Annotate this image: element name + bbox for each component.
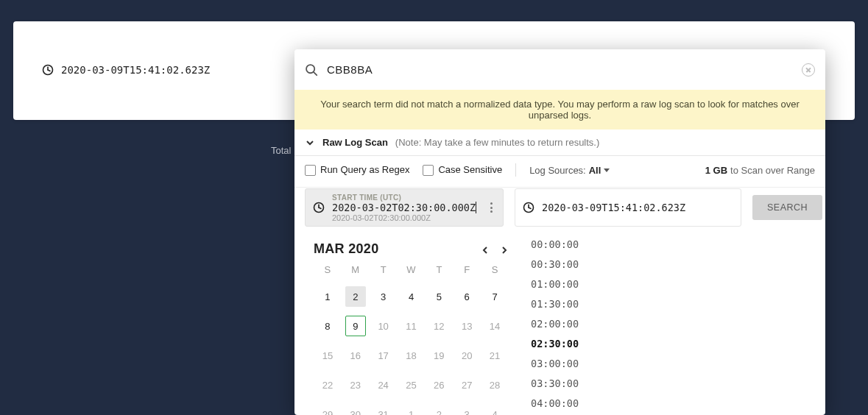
time-option[interactable]: 01:30:00 <box>531 298 603 310</box>
time-option[interactable]: 02:00:00 <box>531 318 603 330</box>
datetime-picker: MAR 2020 SMTWTFS123456789101112131415161… <box>294 234 825 415</box>
calendar-day: 1 <box>398 406 426 415</box>
time-option[interactable]: 03:00:00 <box>531 358 603 369</box>
time-option[interactable]: 00:30:00 <box>531 258 603 270</box>
search-options-row: Run Query as Regex Case Sensitive Log So… <box>294 156 825 188</box>
calendar-day: 22 <box>314 377 342 393</box>
calendar-day[interactable]: 6 <box>453 288 481 305</box>
calendar-grid: SMTWTFS123456789101112131415161718192021… <box>314 264 509 415</box>
calendar-dow: S <box>314 264 342 275</box>
calendar-day: 18 <box>398 347 426 363</box>
no-match-banner: Your search term did not match a normali… <box>294 90 825 130</box>
calendar-day[interactable]: 4 <box>398 288 426 305</box>
calendar: MAR 2020 SMTWTFS123456789101112131415161… <box>314 237 509 415</box>
start-time-field[interactable]: START TIME (UTC) 2020-03-02T02:30:00.000… <box>305 188 504 227</box>
time-option[interactable]: 00:00:00 <box>531 238 603 250</box>
calendar-day: 14 <box>481 318 509 334</box>
calendar-dow: T <box>370 264 398 275</box>
scan-range-display: 1 GB to Scan over Range <box>705 165 815 176</box>
svg-line-10 <box>529 208 531 209</box>
calendar-dow: T <box>425 264 453 275</box>
calendar-prev-button[interactable] <box>481 245 490 254</box>
calendar-day: 3 <box>453 406 481 415</box>
log-entry-timestamp-value: 2020-03-09T15:41:02.623Z <box>61 64 210 76</box>
calendar-day: 4 <box>481 406 509 415</box>
end-time-value: 2020-03-09T15:41:02.623Z <box>542 202 685 213</box>
time-list: 00:00:0000:30:0001:00:0001:30:0002:00:00… <box>531 237 603 415</box>
search-icon <box>305 63 318 77</box>
calendar-day[interactable]: 3 <box>370 288 398 305</box>
search-button[interactable]: SEARCH <box>752 195 822 220</box>
calendar-day: 11 <box>398 318 426 334</box>
time-option[interactable]: 01:00:00 <box>531 278 603 290</box>
calendar-dow: F <box>453 264 481 275</box>
checkbox-icon <box>305 165 316 176</box>
calendar-day[interactable]: 5 <box>425 288 453 305</box>
caret-down-icon <box>604 169 610 172</box>
log-entry-timestamp: 2020-03-09T15:41:02.623Z <box>42 64 210 76</box>
calendar-day[interactable]: 8 <box>314 318 342 334</box>
calendar-day: 20 <box>453 347 481 363</box>
case-sensitive-checkbox[interactable]: Case Sensitive <box>423 164 502 176</box>
calendar-day: 21 <box>481 347 509 363</box>
calendar-day: 2 <box>425 406 453 415</box>
raw-log-scan-toggle[interactable]: Raw Log Scan (Note: May take a few minut… <box>294 130 825 156</box>
calendar-day: 10 <box>370 318 398 334</box>
calendar-day: 13 <box>453 318 481 334</box>
calendar-dow: S <box>481 264 509 275</box>
calendar-day: 17 <box>370 347 398 363</box>
chevron-down-icon <box>305 138 315 148</box>
checkbox-icon <box>423 165 434 176</box>
regex-checkbox[interactable]: Run Query as Regex <box>305 164 409 176</box>
calendar-month-title: MAR 2020 <box>314 241 378 257</box>
calendar-day: 28 <box>481 377 509 393</box>
time-range-row: START TIME (UTC) 2020-03-02T02:30:00.000… <box>294 188 825 234</box>
calendar-dow: M <box>342 264 370 275</box>
section-title: Raw Log Scan <box>322 137 388 148</box>
calendar-day: 31 <box>370 406 398 415</box>
calendar-day: 26 <box>425 377 453 393</box>
calendar-dow: W <box>398 264 426 275</box>
calendar-day: 29 <box>314 406 342 415</box>
calendar-day[interactable]: 2 <box>345 286 366 307</box>
start-time-label: START TIME (UTC) <box>332 194 476 202</box>
clock-icon <box>523 202 534 213</box>
calendar-day: 27 <box>453 377 481 393</box>
calendar-day[interactable]: 9 <box>345 316 366 336</box>
calendar-day: 30 <box>342 406 370 415</box>
clock-icon <box>42 64 54 76</box>
calendar-day[interactable]: 1 <box>314 288 342 305</box>
svg-line-4 <box>314 71 317 74</box>
svg-line-7 <box>319 208 321 209</box>
calendar-day[interactable]: 7 <box>481 288 509 305</box>
time-option[interactable]: 03:30:00 <box>531 377 603 389</box>
calendar-day: 24 <box>370 377 398 393</box>
start-time-hint: 2020-03-02T02:30:00.000Z <box>332 213 476 222</box>
calendar-next-button[interactable] <box>500 245 509 254</box>
clock-icon <box>313 202 325 213</box>
calendar-day: 16 <box>342 347 370 363</box>
calendar-day: 12 <box>425 318 453 334</box>
calendar-day: 25 <box>398 377 426 393</box>
calendar-day: 19 <box>425 347 453 363</box>
section-note: (Note: May take a few minutes to return … <box>395 137 599 148</box>
svg-line-2 <box>48 70 50 71</box>
end-time-field[interactable]: 2020-03-09T15:41:02.623Z <box>515 188 741 227</box>
search-header <box>294 49 825 90</box>
search-popover: Your search term did not match a normali… <box>294 49 825 415</box>
time-option[interactable]: 04:00:00 <box>531 397 603 409</box>
time-option[interactable]: 02:30:00 <box>531 338 603 350</box>
start-time-menu-button[interactable] <box>487 199 495 216</box>
divider <box>515 163 516 177</box>
search-input[interactable] <box>327 63 793 76</box>
calendar-day: 23 <box>342 377 370 393</box>
start-time-value: 2020-03-02T02:30:00.000Z <box>332 202 476 213</box>
log-sources-dropdown[interactable]: Log Sources: All <box>529 165 610 176</box>
clear-search-button[interactable] <box>802 63 815 77</box>
calendar-day: 15 <box>314 347 342 363</box>
